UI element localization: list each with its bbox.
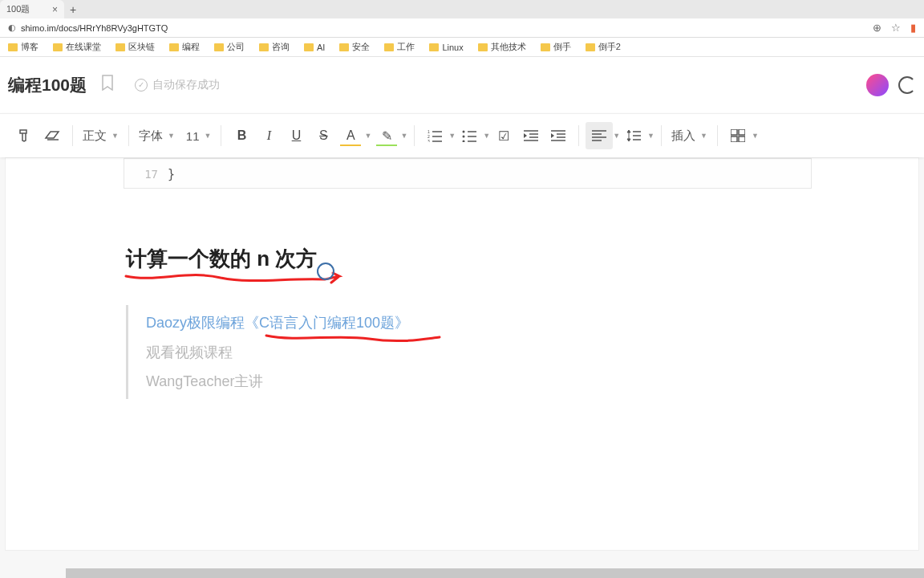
bookmark-item[interactable]: 区块链 [116,41,155,53]
bookmark-item[interactable]: 编程 [169,41,200,53]
task-list-button[interactable]: ☑ [490,122,517,149]
paint-format-button[interactable] [11,122,38,149]
site-info-icon[interactable]: ◐ [8,22,16,33]
folder-icon [586,43,595,51]
indent-decrease-button[interactable] [517,122,545,149]
layout-button[interactable] [724,122,752,149]
bookmark-item[interactable]: 在线课堂 [53,41,101,53]
check-icon: ✓ [135,79,148,92]
svg-point-6 [463,131,465,133]
svg-rect-28 [739,129,745,135]
font-family-dropdown[interactable]: 字体▼ [136,122,178,149]
cursor-indicator-icon [317,263,334,280]
text-color-caret[interactable]: ▼ [364,132,371,140]
folder-icon [339,43,349,51]
tab-title: 100题 [6,3,46,15]
zoom-icon[interactable]: ⊕ [873,22,881,34]
bookmarks-bar: 博客 在线课堂 区块链 编程 公司 咨询 AI 安全 工作 Linux 其他技术… [0,38,924,57]
svg-text:3: 3 [428,139,430,142]
text-color-button[interactable]: A [337,122,364,149]
clear-format-button[interactable] [38,122,66,149]
bookmark-item[interactable]: 倒手2 [586,41,621,53]
folder-icon [53,43,63,51]
code-line: 17 } [124,165,811,183]
unordered-list-button[interactable] [456,122,483,149]
quote-line: WangTeacher主讲 [146,367,918,396]
line-height-button[interactable] [620,122,647,149]
folder-icon [259,43,269,51]
highlight-button[interactable]: ✎ [373,122,400,149]
user-avatar[interactable] [866,74,889,96]
svg-point-8 [463,136,465,138]
highlight-caret[interactable]: ▼ [400,132,407,140]
new-tab-button[interactable]: + [64,0,82,18]
align-button[interactable] [586,122,613,149]
autosave-status: ✓ 自动保存成功 [135,78,220,92]
quote-line: 观看视频课程 [146,338,918,367]
strikethrough-button[interactable]: S [310,122,337,149]
folder-icon [541,43,550,51]
menu-indicator[interactable]: ▮ [910,22,916,34]
bookmark-icon[interactable] [101,75,114,95]
bookmark-item[interactable]: Linux [429,43,463,52]
layout-caret[interactable]: ▼ [752,132,759,140]
scrollbar-thumb[interactable] [66,568,924,578]
code-block[interactable]: 17 } [124,158,812,189]
document-page[interactable]: 17 } 计算一个数的 n 次方 Daozy极限编程《C语言入门编程100题》 … [5,157,919,551]
folder-icon [214,43,224,51]
insert-dropdown[interactable]: 插入▼ [668,122,711,149]
bookmark-item[interactable]: 工作 [384,41,415,53]
bookmark-item[interactable]: 安全 [339,41,370,53]
bookmark-item[interactable]: 博客 [8,41,38,53]
bookmark-item[interactable]: 公司 [214,41,245,53]
address-actions: ⊕ ☆ ▮ [873,22,916,34]
document-header: 编程100题 ✓ 自动保存成功 [0,57,924,113]
paragraph-style-dropdown[interactable]: 正文▼ [79,122,122,149]
quote-line-link[interactable]: Daozy极限编程《C语言入门编程100题》 [146,308,409,337]
url-text: shimo.im/docs/HRrYh8RVy3gHTGTQ [21,23,873,33]
browser-tab[interactable]: 100题 × [0,0,64,18]
annotation-underline-icon [265,332,445,347]
document-content: 计算一个数的 n 次方 Daozy极限编程《C语言入门编程100题》 观看视频课… [126,245,918,399]
horizontal-scrollbar[interactable] [66,568,924,578]
close-icon[interactable]: × [52,4,58,15]
svg-rect-30 [739,136,745,142]
folder-icon [304,43,314,51]
bookmark-item[interactable]: AI [304,43,325,52]
folder-icon [169,43,179,51]
bookmark-star-icon[interactable]: ☆ [891,22,901,34]
bookmark-item[interactable]: 其他技术 [478,41,526,53]
editor-canvas: 17 } 计算一个数的 n 次方 Daozy极限编程《C语言入门编程100题》 … [0,157,924,578]
underline-button[interactable]: U [282,122,310,149]
quote-block[interactable]: Daozy极限编程《C语言入门编程100题》 观看视频课程 WangTeache… [126,305,918,399]
ordered-list-button[interactable]: 123 [421,122,448,149]
folder-icon [384,43,394,51]
font-size-dropdown[interactable]: 11▼ [183,122,215,149]
ol-caret[interactable]: ▼ [448,132,456,140]
section-heading[interactable]: 计算一个数的 n 次方 [126,245,317,278]
bookmark-item[interactable]: 咨询 [259,41,290,53]
svg-rect-29 [731,136,737,142]
svg-rect-27 [731,129,737,135]
bold-button[interactable]: B [228,122,255,149]
svg-point-10 [463,140,465,143]
browser-tab-bar: 100题 × + [0,0,924,18]
address-bar[interactable]: ◐ shimo.im/docs/HRrYh8RVy3gHTGTQ ⊕ ☆ ▮ [0,18,924,38]
history-icon[interactable] [898,76,916,94]
code-text: } [168,167,175,181]
folder-icon [116,43,125,51]
ul-caret[interactable]: ▼ [483,132,490,140]
editor-toolbar: 正文▼ 字体▼ 11▼ B I U S A ▼ ✎ ▼ 123 ▼ ▼ ☑ ▼ … [0,113,924,157]
folder-icon [8,43,18,51]
align-caret[interactable]: ▼ [613,132,620,140]
folder-icon [478,43,488,51]
lh-caret[interactable]: ▼ [647,132,654,140]
line-number: 17 [124,168,168,181]
bookmark-item[interactable]: 倒手 [541,41,571,53]
document-title[interactable]: 编程100题 [8,74,87,96]
annotation-underline-icon [124,271,345,287]
indent-increase-button[interactable] [545,122,572,149]
italic-button[interactable]: I [255,122,282,149]
folder-icon [429,43,439,51]
